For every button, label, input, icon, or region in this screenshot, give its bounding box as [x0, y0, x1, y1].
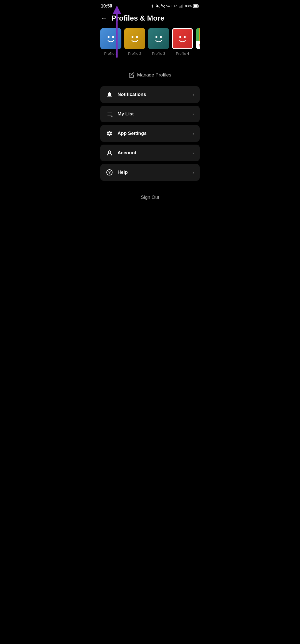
list-icon	[106, 111, 113, 117]
question-icon	[106, 169, 113, 176]
menu-item-notifications-left: Notifications	[106, 91, 146, 98]
smiley-icon-2	[128, 31, 142, 46]
profile-name-1: Profile 1	[104, 51, 118, 56]
svg-point-7	[108, 36, 110, 38]
menu-section: Notifications › My List › App Settings	[96, 86, 204, 181]
profile-name-3: Profile 3	[152, 51, 165, 56]
bell-icon	[106, 91, 113, 98]
svg-rect-1	[180, 6, 180, 8]
svg-point-9	[132, 36, 134, 38]
svg-point-11	[156, 36, 158, 38]
menu-item-my-list[interactable]: My List ›	[100, 106, 200, 122]
smiley-icon-3	[151, 31, 166, 46]
menu-item-app-settings-left: App Settings	[106, 130, 147, 137]
profile-name-4: Profile 4	[176, 51, 189, 56]
page-title: Profiles & More	[111, 14, 164, 23]
menu-item-help-left: Help	[106, 169, 128, 176]
menu-item-help[interactable]: Help ›	[100, 164, 200, 181]
status-bar: 10:50 Vo LTE1 83%	[96, 0, 204, 11]
app-settings-label: App Settings	[118, 131, 147, 136]
profile-avatar-2	[124, 28, 145, 49]
status-icons: Vo LTE1 83%	[151, 4, 199, 8]
profile-avatar-children: children	[196, 28, 200, 49]
smiley-icon-4	[175, 31, 190, 46]
menu-item-app-settings[interactable]: App Settings ›	[100, 125, 200, 142]
battery-percent: 83%	[185, 4, 192, 8]
svg-point-18	[108, 151, 111, 153]
menu-item-my-list-left: My List	[106, 111, 134, 117]
account-label: Account	[118, 150, 136, 156]
profile-item-3[interactable]: Profile 3	[148, 28, 169, 56]
battery-icon	[193, 4, 199, 8]
svg-point-8	[112, 36, 114, 38]
menu-item-account[interactable]: Account ›	[100, 145, 200, 161]
profiles-section: Profile 1 Profile 2 Profil	[96, 28, 204, 58]
sign-out-section: Sign Out	[96, 181, 204, 209]
gear-icon	[106, 130, 113, 137]
svg-point-13	[179, 36, 181, 38]
menu-item-account-left: Account	[106, 150, 136, 156]
profile-avatar-3	[148, 28, 169, 49]
person-icon	[106, 150, 113, 156]
account-chevron: ›	[192, 150, 194, 156]
profile-item-2[interactable]: Profile 2	[124, 28, 145, 56]
stripe-2	[199, 28, 200, 41]
manage-profiles-label: Manage Profiles	[137, 72, 171, 78]
notifications-label: Notifications	[118, 92, 146, 97]
svg-rect-6	[194, 5, 198, 7]
signal-icon: Vo LTE1	[166, 4, 178, 8]
sign-out-button[interactable]: Sign Out	[141, 195, 159, 200]
profile-name-2: Profile 2	[128, 51, 141, 56]
cell-signal-icon	[179, 4, 184, 8]
notifications-chevron: ›	[192, 92, 194, 98]
children-stripes	[196, 28, 200, 41]
profile-item-1[interactable]: Profile 1	[100, 28, 121, 56]
svg-rect-4	[182, 4, 183, 8]
svg-line-17	[111, 116, 112, 117]
back-button[interactable]: ←	[101, 15, 108, 22]
children-label: children	[199, 43, 200, 47]
stripe-1	[196, 28, 199, 41]
svg-rect-2	[181, 6, 181, 8]
svg-rect-3	[182, 5, 182, 8]
help-chevron: ›	[192, 170, 194, 175]
smiley-icon-1	[104, 31, 118, 46]
my-list-label: My List	[118, 111, 134, 117]
header: ← Profiles & More	[96, 11, 204, 28]
my-list-chevron: ›	[192, 111, 194, 117]
mute-icon	[156, 4, 160, 8]
profiles-row: Profile 1 Profile 2 Profil	[100, 28, 200, 56]
pencil-icon	[129, 72, 134, 78]
svg-point-14	[184, 36, 186, 38]
svg-point-10	[136, 36, 138, 38]
children-label-area: children	[196, 41, 200, 49]
svg-point-12	[160, 36, 162, 38]
menu-item-notifications[interactable]: Notifications ›	[100, 86, 200, 103]
profile-avatar-4	[172, 28, 193, 49]
wifi-icon	[161, 4, 165, 8]
help-label: Help	[118, 170, 128, 175]
profile-item-4[interactable]: Profile 4	[172, 28, 193, 56]
profile-avatar-1	[100, 28, 121, 49]
bluetooth-icon	[151, 4, 154, 8]
app-settings-chevron: ›	[192, 131, 194, 137]
status-time: 10:50	[101, 4, 112, 9]
profile-item-children[interactable]: children ·	[196, 28, 200, 56]
manage-profiles-button[interactable]: Manage Profiles	[96, 67, 204, 86]
